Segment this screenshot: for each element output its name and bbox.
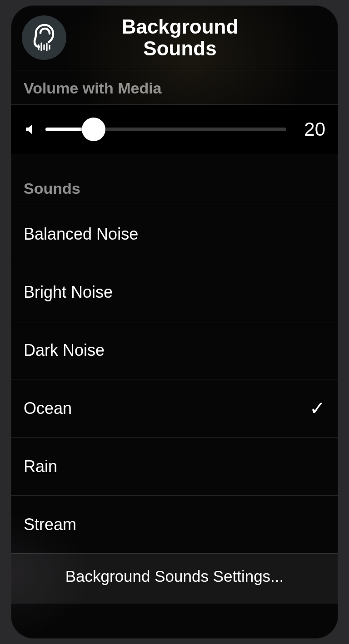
- settings-link[interactable]: Background Sounds Settings...: [11, 554, 338, 604]
- background-sounds-panel: Background Sounds Volume with Media 20 S…: [11, 5, 338, 639]
- slider-thumb[interactable]: [82, 118, 105, 141]
- sound-option-label: Bright Noise: [24, 283, 113, 302]
- sound-option[interactable]: Stream✓: [11, 496, 338, 554]
- sound-option[interactable]: Balanced Noise✓: [11, 205, 338, 263]
- sound-option[interactable]: Ocean✓: [11, 379, 338, 438]
- volume-section-header: Volume with Media: [11, 70, 338, 105]
- sound-option[interactable]: Dark Noise✓: [11, 321, 338, 379]
- sound-option-label: Dark Noise: [24, 341, 105, 360]
- sound-option[interactable]: Bright Noise✓: [11, 263, 338, 321]
- volume-value: 20: [300, 118, 325, 140]
- background-sounds-toggle[interactable]: [22, 15, 66, 60]
- sound-option-label: Ocean: [24, 399, 72, 418]
- panel-title: Background Sounds: [66, 16, 325, 60]
- sound-option[interactable]: Rain✓: [11, 438, 338, 496]
- sound-option-label: Rain: [24, 457, 57, 476]
- sound-option-label: Stream: [24, 515, 76, 534]
- volume-slider[interactable]: [45, 128, 286, 131]
- speaker-low-icon: [24, 123, 37, 136]
- sounds-list: Balanced Noise✓Bright Noise✓Dark Noise✓O…: [11, 205, 338, 554]
- sounds-section-header: Sounds: [11, 154, 338, 205]
- ear-icon: [32, 24, 56, 51]
- checkmark-icon: ✓: [309, 397, 325, 419]
- volume-slider-row: 20: [11, 105, 338, 154]
- sound-option-label: Balanced Noise: [24, 225, 138, 244]
- panel-header: Background Sounds: [11, 5, 338, 70]
